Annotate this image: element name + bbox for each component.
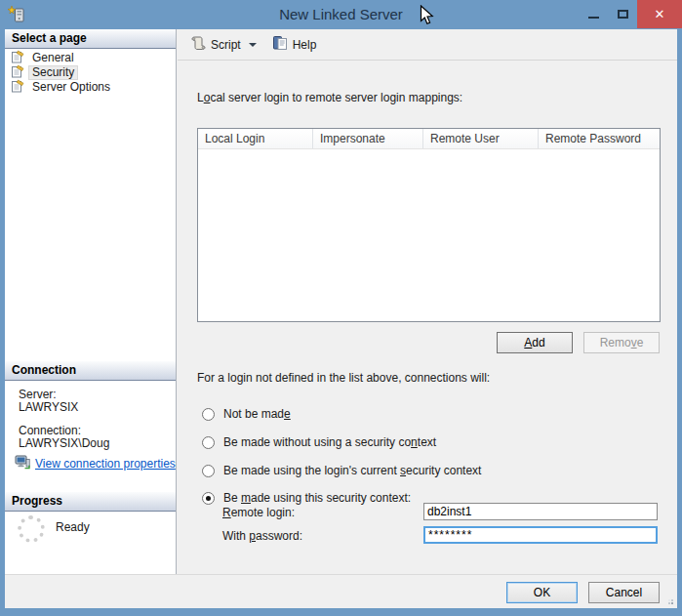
- fallback-connections-label: For a login not defined in the list abov…: [197, 371, 490, 385]
- server-value: LAWRYSIX: [19, 400, 78, 414]
- cancel-button[interactable]: Cancel: [588, 582, 660, 603]
- remove-button[interactable]: Remove: [583, 332, 660, 353]
- radio-button[interactable]: [202, 408, 215, 421]
- connection-label: Connection:: [19, 424, 81, 437]
- sidebar-item-label: General: [29, 52, 77, 64]
- page-list: General Security: [9, 51, 173, 95]
- with-password-label: With password:: [222, 529, 302, 543]
- window-controls: ✕: [579, 0, 682, 28]
- option-label[interactable]: Be made without using a security context: [223, 435, 436, 449]
- radio-button[interactable]: [202, 436, 215, 449]
- maximize-icon: [618, 10, 628, 19]
- grid-header-row: Local Login Impersonate Remote User Remo…: [198, 129, 660, 149]
- page-edit-icon: [11, 79, 24, 96]
- option-label[interactable]: Not be made: [223, 407, 291, 421]
- ok-button[interactable]: OK: [506, 582, 578, 603]
- option-current-security-context[interactable]: Be made using the login's current securi…: [202, 464, 481, 477]
- option-label[interactable]: Be made using the login's current securi…: [223, 464, 481, 477]
- column-header-remote-password[interactable]: Remote Password: [539, 129, 660, 148]
- sidebar-item-general[interactable]: General: [9, 51, 173, 65]
- select-a-page-header: Select a page: [5, 29, 176, 49]
- dialog-body: Select a page General: [5, 29, 677, 574]
- title-bar[interactable]: New Linked Server ✕: [0, 0, 682, 29]
- server-label: Server:: [19, 388, 57, 401]
- computer-properties-icon: [15, 455, 30, 472]
- help-button[interactable]: Help: [267, 32, 322, 57]
- minimize-icon: [588, 17, 599, 19]
- add-button[interactable]: Add: [497, 332, 573, 353]
- radio-button[interactable]: [202, 465, 215, 477]
- maximize-button[interactable]: [608, 0, 637, 28]
- sidebar-item-label: Server Options: [29, 81, 113, 94]
- column-header-local-login[interactable]: Local Login: [198, 129, 313, 148]
- sidebar-item-security[interactable]: Security: [9, 65, 173, 80]
- option-without-security-context[interactable]: Be made without using a security context: [202, 435, 436, 449]
- column-header-impersonate[interactable]: Impersonate: [313, 129, 423, 148]
- help-book-icon: [272, 35, 288, 54]
- mouse-cursor-icon: [420, 5, 434, 29]
- mappings-label: Local server login to remote server logi…: [197, 91, 462, 104]
- connection-header: Connection: [5, 361, 176, 381]
- help-button-label: Help: [293, 38, 317, 52]
- progress-header: Progress: [5, 492, 176, 512]
- chevron-down-icon: [249, 43, 257, 47]
- dialog-client-area: Select a page General: [5, 29, 677, 608]
- toolbar: Script Help: [178, 29, 677, 61]
- sidebar-item-label: Security: [29, 66, 77, 79]
- sidebar: Select a page General: [5, 29, 177, 574]
- close-icon: ✕: [655, 7, 665, 21]
- connection-value: LAWRYSIX\Doug: [19, 436, 109, 450]
- remote-login-label: Remote login:: [222, 506, 295, 519]
- with-password-input[interactable]: [423, 526, 658, 544]
- sidebar-item-server-options[interactable]: Server Options: [9, 80, 173, 95]
- close-button[interactable]: ✕: [637, 0, 682, 28]
- option-this-security-context[interactable]: Be made using this security context:: [202, 491, 411, 505]
- dialog-window: New Linked Server ✕ Select a page: [0, 0, 682, 616]
- script-button-label: Script: [211, 38, 241, 52]
- progress-status: Ready: [56, 520, 90, 534]
- script-scroll-icon: [190, 35, 206, 54]
- dialog-footer: OK Cancel: [5, 574, 677, 608]
- script-button[interactable]: Script: [185, 32, 261, 57]
- column-header-remote-user[interactable]: Remote User: [423, 129, 539, 148]
- view-connection-properties-row: View connection properties: [15, 455, 176, 472]
- option-label[interactable]: Be made using this security context:: [223, 491, 411, 505]
- login-mappings-grid[interactable]: Local Login Impersonate Remote User Remo…: [197, 128, 661, 322]
- option-not-be-made[interactable]: Not be made: [202, 407, 291, 421]
- radio-button-selected[interactable]: [202, 492, 215, 505]
- main-panel: Script Help: [178, 29, 677, 574]
- view-connection-properties-link[interactable]: View connection properties: [35, 457, 176, 471]
- resize-grip[interactable]: [664, 595, 673, 604]
- minimize-button[interactable]: [579, 0, 608, 28]
- remote-login-input[interactable]: [423, 503, 658, 520]
- spinner-ring-icon: [18, 515, 45, 543]
